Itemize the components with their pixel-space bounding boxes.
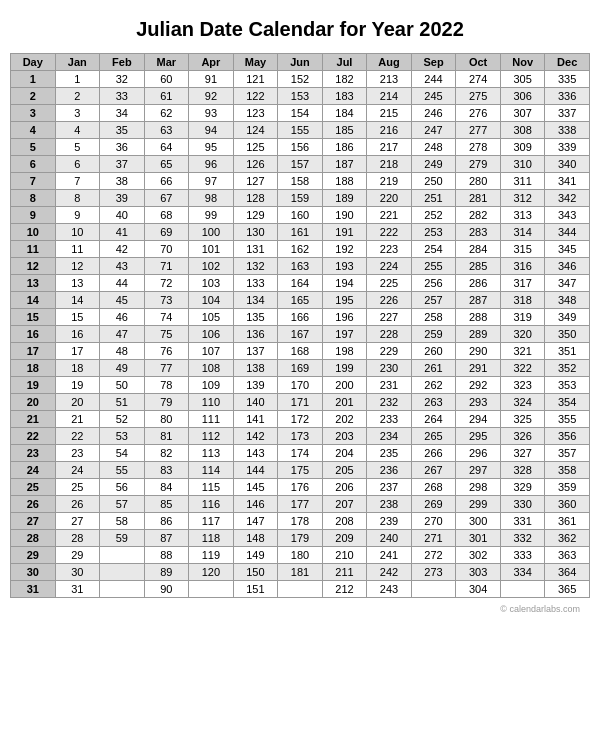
col-header-dec: Dec xyxy=(545,54,590,71)
julian-value: 74 xyxy=(144,309,189,326)
julian-value: 279 xyxy=(456,156,501,173)
julian-value: 355 xyxy=(545,411,590,428)
julian-value: 12 xyxy=(55,258,100,275)
julian-value: 227 xyxy=(367,309,412,326)
julian-value: 232 xyxy=(367,394,412,411)
julian-value: 45 xyxy=(100,292,145,309)
julian-value: 213 xyxy=(367,71,412,88)
julian-value: 190 xyxy=(322,207,367,224)
julian-value: 235 xyxy=(367,445,412,462)
col-header-apr: Apr xyxy=(189,54,234,71)
julian-value: 10 xyxy=(55,224,100,241)
julian-value: 308 xyxy=(500,122,545,139)
day-number: 25 xyxy=(11,479,56,496)
julian-value: 158 xyxy=(278,173,323,190)
day-number: 31 xyxy=(11,581,56,598)
julian-value: 257 xyxy=(411,292,456,309)
julian-value: 357 xyxy=(545,445,590,462)
julian-value: 184 xyxy=(322,105,367,122)
julian-value: 147 xyxy=(233,513,278,530)
table-row: 33346293123154184215246276307337 xyxy=(11,105,590,122)
julian-value: 146 xyxy=(233,496,278,513)
col-header-nov: Nov xyxy=(500,54,545,71)
julian-value: 339 xyxy=(545,139,590,156)
julian-value: 106 xyxy=(189,326,234,343)
julian-value: 138 xyxy=(233,360,278,377)
julian-value: 8 xyxy=(55,190,100,207)
julian-value: 175 xyxy=(278,462,323,479)
julian-value: 334 xyxy=(500,564,545,581)
julian-value: 312 xyxy=(500,190,545,207)
julian-value: 311 xyxy=(500,173,545,190)
julian-value: 169 xyxy=(278,360,323,377)
julian-value: 291 xyxy=(456,360,501,377)
table-row: 23235482113143174204235266296327357 xyxy=(11,445,590,462)
julian-value: 26 xyxy=(55,496,100,513)
julian-value: 228 xyxy=(367,326,412,343)
day-number: 9 xyxy=(11,207,56,224)
julian-value: 229 xyxy=(367,343,412,360)
julian-value: 359 xyxy=(545,479,590,496)
julian-value: 323 xyxy=(500,377,545,394)
julian-value: 144 xyxy=(233,462,278,479)
day-number: 23 xyxy=(11,445,56,462)
julian-value: 149 xyxy=(233,547,278,564)
julian-value: 329 xyxy=(500,479,545,496)
julian-value: 275 xyxy=(456,88,501,105)
julian-value: 164 xyxy=(278,275,323,292)
julian-value: 95 xyxy=(189,139,234,156)
julian-value: 69 xyxy=(144,224,189,241)
julian-value: 52 xyxy=(100,411,145,428)
julian-value: 29 xyxy=(55,547,100,564)
julian-value: 284 xyxy=(456,241,501,258)
julian-value: 188 xyxy=(322,173,367,190)
julian-value: 292 xyxy=(456,377,501,394)
julian-value xyxy=(100,547,145,564)
julian-value: 32 xyxy=(100,71,145,88)
julian-value: 249 xyxy=(411,156,456,173)
julian-value: 258 xyxy=(411,309,456,326)
julian-value: 294 xyxy=(456,411,501,428)
julian-value: 94 xyxy=(189,122,234,139)
julian-value: 34 xyxy=(100,105,145,122)
julian-value: 24 xyxy=(55,462,100,479)
julian-value: 266 xyxy=(411,445,456,462)
julian-value: 127 xyxy=(233,173,278,190)
julian-value: 107 xyxy=(189,343,234,360)
julian-value: 343 xyxy=(545,207,590,224)
julian-value: 81 xyxy=(144,428,189,445)
julian-value: 246 xyxy=(411,105,456,122)
julian-value: 119 xyxy=(189,547,234,564)
julian-value: 210 xyxy=(322,547,367,564)
day-number: 11 xyxy=(11,241,56,258)
julian-value: 55 xyxy=(100,462,145,479)
julian-value: 282 xyxy=(456,207,501,224)
julian-value: 349 xyxy=(545,309,590,326)
julian-value xyxy=(100,581,145,598)
table-row: 292988119149180210241272302333363 xyxy=(11,547,590,564)
julian-value: 56 xyxy=(100,479,145,496)
julian-value: 179 xyxy=(278,530,323,547)
julian-value: 253 xyxy=(411,224,456,241)
julian-value xyxy=(411,581,456,598)
julian-value: 269 xyxy=(411,496,456,513)
col-header-jan: Jan xyxy=(55,54,100,71)
julian-value: 307 xyxy=(500,105,545,122)
julian-value: 53 xyxy=(100,428,145,445)
day-number: 1 xyxy=(11,71,56,88)
julian-value: 79 xyxy=(144,394,189,411)
julian-value: 62 xyxy=(144,105,189,122)
table-row: 26265785116146177207238269299330360 xyxy=(11,496,590,513)
julian-value: 61 xyxy=(144,88,189,105)
table-row: 17174876107137168198229260290321351 xyxy=(11,343,590,360)
julian-value: 170 xyxy=(278,377,323,394)
julian-value: 123 xyxy=(233,105,278,122)
julian-value: 113 xyxy=(189,445,234,462)
julian-value: 70 xyxy=(144,241,189,258)
julian-value: 325 xyxy=(500,411,545,428)
julian-value: 231 xyxy=(367,377,412,394)
col-header-jun: Jun xyxy=(278,54,323,71)
julian-value: 345 xyxy=(545,241,590,258)
julian-value: 203 xyxy=(322,428,367,445)
julian-value: 288 xyxy=(456,309,501,326)
